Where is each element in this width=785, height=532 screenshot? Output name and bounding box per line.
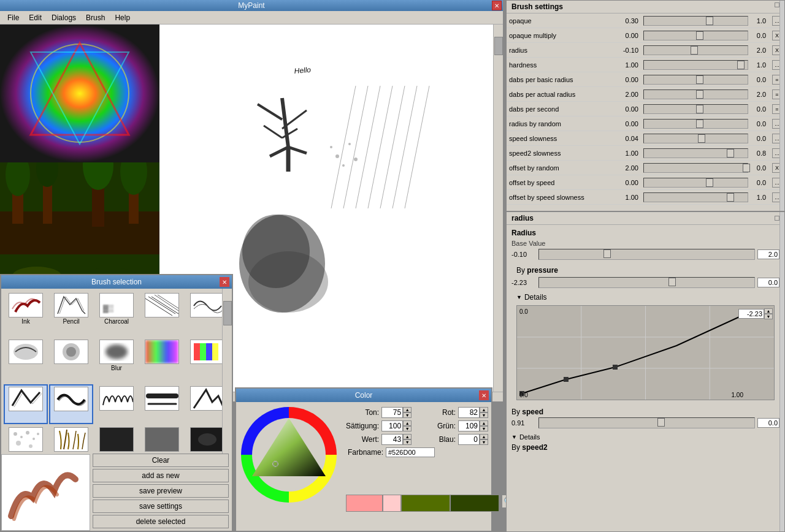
rot-down[interactable]: ▼: [480, 412, 488, 418]
blau-input[interactable]: [458, 434, 480, 445]
rot-input[interactable]: [458, 407, 480, 418]
slider-offset-random[interactable]: [643, 163, 748, 173]
menu-edit[interactable]: Edit: [24, 12, 47, 23]
sattigung-input[interactable]: [381, 420, 403, 431]
brush-item-selected-1[interactable]: [4, 384, 48, 424]
slider-radius[interactable]: [643, 45, 748, 55]
rot-up[interactable]: ▲: [480, 407, 488, 412]
radius-base-max[interactable]: [757, 249, 779, 259]
radius-pressure-max[interactable]: [757, 278, 779, 287]
brush-item-grey[interactable]: [140, 425, 184, 454]
radius-resize-btn[interactable]: [775, 216, 779, 221]
ton-down[interactable]: ▼: [403, 412, 412, 418]
curve-up[interactable]: ▲: [764, 308, 773, 314]
curve-editor[interactable]: ▲ ▼ 0.0 1.00 0.0: [516, 305, 775, 400]
brush-item-blur[interactable]: Blur: [94, 338, 139, 383]
clear-button[interactable]: Clear: [93, 454, 229, 467]
radius-base-slider[interactable]: [538, 249, 755, 260]
radius-pressure-slider[interactable]: [538, 277, 755, 288]
speed-details-toggle[interactable]: Details: [507, 432, 784, 442]
wert-stepper[interactable]: ▲ ▼: [403, 434, 412, 445]
brush-item-wash[interactable]: [4, 338, 48, 383]
sattigung-down[interactable]: ▼: [403, 426, 412, 431]
ton-input[interactable]: [381, 407, 403, 418]
svg-point-60: [16, 441, 21, 446]
brush-item-smear[interactable]: [185, 291, 224, 336]
settings-resize-btn[interactable]: [775, 2, 779, 7]
brush-item-pencil[interactable]: Pencil: [49, 291, 93, 336]
brush-item-black2[interactable]: [185, 425, 224, 454]
details-toggle[interactable]: Details: [511, 292, 779, 303]
menu-brush[interactable]: Brush: [81, 12, 110, 23]
brush-item-color[interactable]: [185, 338, 224, 383]
brush-scrollbar[interactable]: [222, 289, 232, 454]
menu-dialogs[interactable]: Dialogs: [47, 12, 81, 23]
brush-item-selected-2[interactable]: [49, 384, 93, 424]
brush-panel-close-button[interactable]: ✕: [220, 277, 229, 287]
close-button[interactable]: ✕: [492, 1, 502, 10]
blau-up[interactable]: ▲: [480, 434, 488, 439]
add-as-new-button[interactable]: add as new: [93, 469, 229, 482]
grun-up[interactable]: ▲: [480, 420, 488, 426]
swatch-olive[interactable]: [401, 495, 450, 512]
curve-stepper[interactable]: ▲ ▼: [764, 308, 773, 319]
swatch-pink[interactable]: [346, 495, 383, 512]
save-settings-button[interactable]: save settings: [93, 500, 229, 513]
sattigung-stepper[interactable]: ▲ ▼: [403, 420, 412, 431]
swatch-light-pink[interactable]: [383, 495, 401, 512]
slider-opaque[interactable]: [643, 16, 748, 26]
blau-down[interactable]: ▼: [480, 439, 488, 445]
canvas-vscroll[interactable]: [493, 25, 503, 401]
curve-down[interactable]: ▼: [764, 314, 773, 319]
grun-down[interactable]: ▼: [480, 426, 488, 431]
grun-input[interactable]: [458, 420, 480, 431]
slider-hardness[interactable]: [643, 60, 748, 70]
grun-stepper[interactable]: ▲ ▼: [480, 420, 488, 431]
radius-speed-slider[interactable]: [538, 417, 755, 428]
menu-help[interactable]: Help: [110, 12, 135, 23]
brush-item-ink[interactable]: Ink: [4, 291, 48, 336]
brush-item-extra[interactable]: [185, 384, 224, 424]
slider-speed-slow[interactable]: [643, 134, 748, 143]
canvas-vscroll-thumb[interactable]: [494, 37, 503, 55]
slider-opaque-multiply[interactable]: [643, 31, 748, 40]
swatch-dark-green[interactable]: [450, 495, 499, 512]
slider-offset-speed[interactable]: [643, 178, 748, 188]
brush-item-grass[interactable]: [49, 425, 93, 454]
slider-speed2-slow[interactable]: [643, 148, 748, 158]
slider-dabs-second[interactable]: [643, 104, 748, 114]
wert-down[interactable]: ▼: [403, 439, 412, 445]
color-panel-close-button[interactable]: ✕: [479, 390, 489, 400]
brush-item-round[interactable]: [49, 338, 93, 383]
wert-input[interactable]: [381, 434, 403, 445]
menu-file[interactable]: File: [2, 12, 24, 23]
brush-item-smudge[interactable]: [140, 338, 184, 383]
color-wheel-area[interactable]: [239, 405, 343, 515]
curve-value-input[interactable]: [738, 309, 764, 319]
farbname-input[interactable]: [386, 447, 435, 457]
brush-scrollbar-thumb[interactable]: [223, 301, 232, 325]
brush-item-dots[interactable]: [4, 425, 48, 454]
settings-row-dabs-basic: dabs per basic radius 0.00 0.0 =: [507, 72, 784, 87]
save-preview-button[interactable]: save preview: [93, 484, 229, 498]
blau-stepper[interactable]: ▲ ▼: [480, 434, 488, 445]
radius-speed-max[interactable]: [757, 418, 779, 428]
slider-offset-speed-slow[interactable]: [643, 192, 748, 202]
brush-item-wide[interactable]: [140, 384, 184, 424]
brush-settings-resize-handle[interactable]: [779, 1, 784, 211]
wert-up[interactable]: ▲: [403, 434, 412, 439]
svg-point-66: [198, 433, 216, 446]
brush-item-charcoal[interactable]: ▓▒ Charcoal: [94, 291, 139, 336]
brush-item-black1[interactable]: [94, 425, 139, 454]
slider-dabs-basic[interactable]: [643, 75, 748, 85]
brush-item-scribble[interactable]: [94, 384, 139, 424]
sattigung-up[interactable]: ▲: [403, 420, 412, 426]
brush-item-hatching[interactable]: [140, 291, 184, 336]
ton-up[interactable]: ▲: [403, 407, 412, 412]
radius-resize-handle[interactable]: [779, 212, 784, 531]
rot-stepper[interactable]: ▲ ▼: [480, 407, 488, 418]
slider-radius-random[interactable]: [643, 119, 748, 129]
delete-selected-button[interactable]: delete selected: [93, 515, 229, 528]
slider-dabs-actual[interactable]: [643, 89, 748, 99]
ton-stepper[interactable]: ▲ ▼: [403, 407, 412, 418]
